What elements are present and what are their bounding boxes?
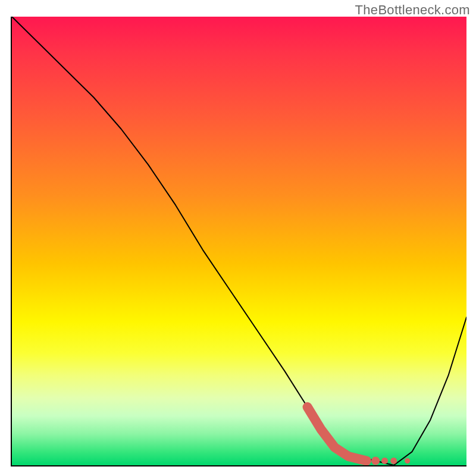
highlight-dot	[381, 458, 388, 464]
watermark-text: TheBottleneck.com	[355, 2, 470, 18]
highlight-dot	[371, 456, 380, 465]
highlight-thick-path	[308, 407, 367, 461]
highlight-dot	[405, 458, 410, 464]
curve-path	[12, 17, 466, 465]
plot-area	[11, 17, 466, 466]
highlight-dot	[390, 458, 397, 464]
chart-svg	[12, 17, 466, 465]
chart-container: TheBottleneck.com	[0, 0, 476, 476]
